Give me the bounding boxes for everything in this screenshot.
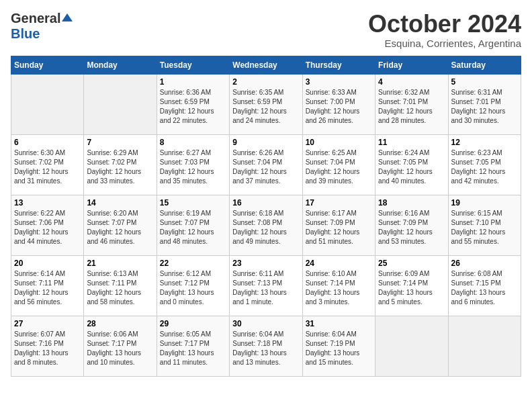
calendar-cell: 12Sunrise: 6:23 AMSunset: 7:05 PMDayligh… [448,134,521,195]
day-number: 27 [14,319,81,328]
day-info: Sunrise: 6:08 AMSunset: 7:15 PMDaylight:… [451,269,518,307]
day-info: Sunrise: 6:26 AMSunset: 7:04 PMDaylight:… [232,148,299,186]
calendar-cell: 11Sunrise: 6:24 AMSunset: 7:05 PMDayligh… [375,134,448,195]
calendar-cell [448,316,521,376]
month-title: October 2024 [368,11,521,38]
calendar-cell: 30Sunrise: 6:04 AMSunset: 7:18 PMDayligh… [230,316,302,376]
day-info: Sunrise: 6:36 AMSunset: 6:59 PMDaylight:… [160,88,226,126]
day-info: Sunrise: 6:25 AMSunset: 7:04 PMDaylight:… [306,148,372,186]
calendar-cell: 9Sunrise: 6:26 AMSunset: 7:04 PMDaylight… [230,134,302,195]
day-info: Sunrise: 6:14 AMSunset: 7:11 PMDaylight:… [14,269,81,307]
calendar-week-1: 1Sunrise: 6:36 AMSunset: 6:59 PMDaylight… [11,74,521,134]
weekday-header-saturday: Saturday [448,56,521,74]
calendar-cell [375,316,448,376]
logo: General Blue [11,11,73,42]
calendar-cell: 13Sunrise: 6:22 AMSunset: 7:06 PMDayligh… [11,195,84,255]
day-info: Sunrise: 6:32 AMSunset: 7:01 PMDaylight:… [378,88,445,126]
day-info: Sunrise: 6:06 AMSunset: 7:17 PMDaylight:… [87,330,153,367]
calendar-cell: 25Sunrise: 6:09 AMSunset: 7:14 PMDayligh… [375,255,448,316]
day-number: 2 [232,77,299,87]
title-area: October 2024 Esquina, Corrientes, Argent… [368,11,521,49]
calendar-cell: 22Sunrise: 6:12 AMSunset: 7:12 PMDayligh… [157,255,229,316]
calendar-cell: 15Sunrise: 6:19 AMSunset: 7:07 PMDayligh… [157,195,229,255]
day-info: Sunrise: 6:12 AMSunset: 7:12 PMDaylight:… [160,269,226,307]
day-number: 22 [160,259,226,268]
day-info: Sunrise: 6:16 AMSunset: 7:09 PMDaylight:… [378,209,445,246]
day-number: 7 [87,138,153,147]
calendar-cell: 21Sunrise: 6:13 AMSunset: 7:11 PMDayligh… [84,255,157,316]
day-number: 8 [160,138,226,147]
day-number: 29 [160,319,226,328]
calendar-cell: 8Sunrise: 6:27 AMSunset: 7:03 PMDaylight… [157,134,229,195]
day-info: Sunrise: 6:31 AMSunset: 7:01 PMDaylight:… [451,88,518,126]
calendar-cell: 18Sunrise: 6:16 AMSunset: 7:09 PMDayligh… [375,195,448,255]
weekday-header-row: SundayMondayTuesdayWednesdayThursdayFrid… [11,56,521,74]
day-number: 16 [232,198,299,208]
day-info: Sunrise: 6:10 AMSunset: 7:14 PMDaylight:… [306,269,372,307]
day-info: Sunrise: 6:04 AMSunset: 7:18 PMDaylight:… [232,330,299,367]
day-info: Sunrise: 6:35 AMSunset: 6:59 PMDaylight:… [232,88,299,126]
day-info: Sunrise: 6:05 AMSunset: 7:17 PMDaylight:… [160,330,226,367]
day-info: Sunrise: 6:15 AMSunset: 7:10 PMDaylight:… [451,209,518,246]
logo-blue-text: Blue [11,26,40,41]
day-number: 26 [451,259,518,268]
calendar-cell: 4Sunrise: 6:32 AMSunset: 7:01 PMDaylight… [375,74,448,134]
day-number: 28 [87,319,153,328]
day-number: 9 [232,138,299,147]
day-number: 12 [451,138,518,147]
calendar-cell: 16Sunrise: 6:18 AMSunset: 7:08 PMDayligh… [230,195,302,255]
header: General Blue October 2024 Esquina, Corri… [11,11,521,49]
calendar-table: SundayMondayTuesdayWednesdayThursdayFrid… [11,56,521,377]
logo-icon [62,12,73,23]
day-info: Sunrise: 6:17 AMSunset: 7:09 PMDaylight:… [306,209,372,246]
day-info: Sunrise: 6:18 AMSunset: 7:08 PMDaylight:… [232,209,299,246]
day-info: Sunrise: 6:13 AMSunset: 7:11 PMDaylight:… [87,269,153,307]
day-number: 1 [160,77,226,87]
calendar-cell: 27Sunrise: 6:07 AMSunset: 7:16 PMDayligh… [11,316,84,376]
day-info: Sunrise: 6:07 AMSunset: 7:16 PMDaylight:… [14,330,81,367]
day-number: 20 [14,259,81,268]
calendar-cell: 14Sunrise: 6:20 AMSunset: 7:07 PMDayligh… [84,195,157,255]
calendar-cell [11,74,84,134]
day-info: Sunrise: 6:20 AMSunset: 7:07 PMDaylight:… [87,209,153,246]
calendar-cell: 5Sunrise: 6:31 AMSunset: 7:01 PMDaylight… [448,74,521,134]
weekday-header-tuesday: Tuesday [157,56,229,74]
calendar-week-4: 20Sunrise: 6:14 AMSunset: 7:11 PMDayligh… [11,255,521,316]
day-number: 13 [14,198,81,208]
day-info: Sunrise: 6:04 AMSunset: 7:19 PMDaylight:… [306,330,372,367]
calendar-cell: 26Sunrise: 6:08 AMSunset: 7:15 PMDayligh… [448,255,521,316]
day-info: Sunrise: 6:30 AMSunset: 7:02 PMDaylight:… [14,148,81,186]
day-info: Sunrise: 6:27 AMSunset: 7:03 PMDaylight:… [160,148,226,186]
weekday-header-friday: Friday [375,56,448,74]
calendar-cell: 17Sunrise: 6:17 AMSunset: 7:09 PMDayligh… [302,195,375,255]
day-number: 11 [378,138,445,147]
day-number: 30 [232,319,299,328]
day-number: 6 [14,138,81,147]
weekday-header-monday: Monday [84,56,157,74]
calendar-cell: 19Sunrise: 6:15 AMSunset: 7:10 PMDayligh… [448,195,521,255]
calendar-cell: 29Sunrise: 6:05 AMSunset: 7:17 PMDayligh… [157,316,229,376]
day-info: Sunrise: 6:22 AMSunset: 7:06 PMDaylight:… [14,209,81,246]
calendar-cell: 10Sunrise: 6:25 AMSunset: 7:04 PMDayligh… [302,134,375,195]
day-number: 10 [306,138,372,147]
logo-general-text: General [11,11,60,26]
calendar-cell: 20Sunrise: 6:14 AMSunset: 7:11 PMDayligh… [11,255,84,316]
calendar-cell [84,74,157,134]
weekday-header-thursday: Thursday [302,56,375,74]
calendar-cell: 6Sunrise: 6:30 AMSunset: 7:02 PMDaylight… [11,134,84,195]
day-number: 31 [306,319,372,328]
day-number: 4 [378,77,445,87]
location-title: Esquina, Corrientes, Argentina [368,38,521,49]
day-number: 24 [306,259,372,268]
day-number: 3 [306,77,372,87]
calendar-cell: 3Sunrise: 6:33 AMSunset: 7:00 PMDaylight… [302,74,375,134]
day-info: Sunrise: 6:24 AMSunset: 7:05 PMDaylight:… [378,148,445,186]
day-number: 15 [160,198,226,208]
day-info: Sunrise: 6:11 AMSunset: 7:13 PMDaylight:… [232,269,299,307]
day-number: 17 [306,198,372,208]
day-info: Sunrise: 6:19 AMSunset: 7:07 PMDaylight:… [160,209,226,246]
calendar-cell: 2Sunrise: 6:35 AMSunset: 6:59 PMDaylight… [230,74,302,134]
day-number: 5 [451,77,518,87]
day-number: 21 [87,259,153,268]
day-number: 14 [87,198,153,208]
